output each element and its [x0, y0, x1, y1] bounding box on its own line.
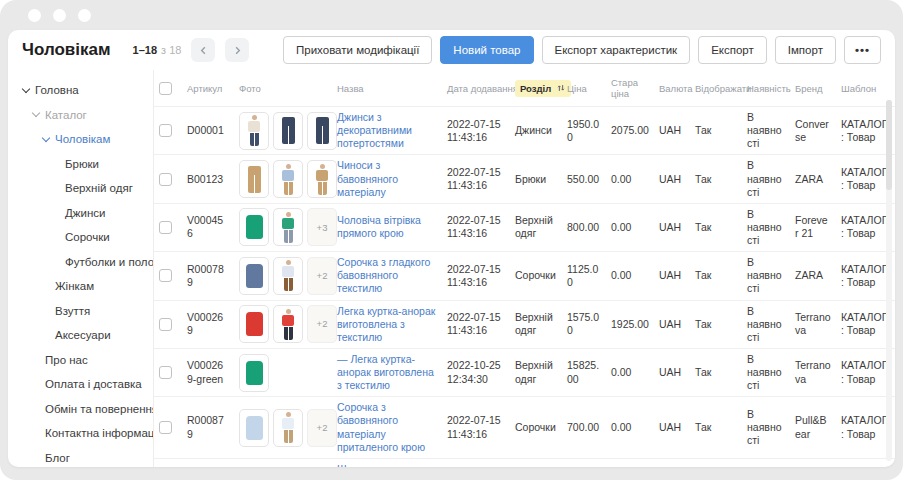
- more-photos-badge[interactable]: +2: [307, 257, 337, 295]
- table-row[interactable]: B000321 +2 Штани з бавовняного матеріалу…: [154, 458, 895, 467]
- product-photo[interactable]: [239, 354, 269, 392]
- old-price-cell: 2075.00: [606, 107, 654, 155]
- table-row[interactable]: V000456 +3 Чоловіча вітрівка прямого кро…: [154, 203, 895, 251]
- product-photo[interactable]: [307, 112, 337, 150]
- product-photo[interactable]: [273, 409, 303, 447]
- more-actions-button[interactable]: •••: [844, 36, 881, 64]
- window-control-dot[interactable]: [53, 9, 66, 22]
- product-name-link[interactable]: Джинси з декоративними потертостями: [337, 111, 437, 150]
- column-header-articul[interactable]: Артикул: [182, 70, 234, 107]
- sidebar-item[interactable]: Верхній одяг: [8, 176, 153, 201]
- sidebar-item[interactable]: Чоловікам: [8, 127, 153, 152]
- hide-modifications-button[interactable]: Приховати модифікації: [283, 36, 432, 64]
- more-photos-badge[interactable]: +3: [307, 208, 337, 246]
- row-checkbox[interactable]: [159, 366, 172, 379]
- articul-cell: V000269: [182, 300, 234, 348]
- export-characteristics-button[interactable]: Експорт характеристик: [542, 36, 691, 64]
- row-checkbox[interactable]: [159, 173, 172, 186]
- column-header-price[interactable]: Ціна: [562, 70, 606, 107]
- row-checkbox[interactable]: [159, 318, 172, 331]
- table-row[interactable]: D00001 Джинси з декоративними потертостя…: [154, 107, 895, 155]
- sidebar-item[interactable]: Контактна інформація: [8, 421, 153, 446]
- sorted-column-pill[interactable]: Розділ: [515, 80, 571, 97]
- sidebar-item[interactable]: Взуття: [8, 299, 153, 324]
- product-name-link[interactable]: — Легка куртка-анорак виготовлена з текс…: [337, 353, 437, 392]
- row-checkbox[interactable]: [159, 269, 172, 282]
- product-name-link[interactable]: Легка куртка-анорак виготовлена з тексти…: [337, 305, 437, 344]
- more-photos-badge[interactable]: +2: [307, 305, 337, 343]
- new-product-button[interactable]: Новий товар: [440, 36, 533, 64]
- window-control-dot[interactable]: [78, 9, 91, 22]
- product-name-link[interactable]: Чиноси з бавовняного матеріалу: [337, 159, 437, 198]
- row-checkbox[interactable]: [159, 124, 172, 137]
- sidebar-item[interactable]: Джинси: [8, 201, 153, 226]
- chevron-down-icon[interactable]: [22, 86, 31, 95]
- sidebar-item[interactable]: Оплата і доставка: [8, 372, 153, 397]
- chevron-down-icon[interactable]: [32, 110, 41, 119]
- export-button[interactable]: Експорт: [698, 36, 767, 64]
- column-header-brand[interactable]: Бренд: [790, 70, 836, 107]
- sidebar-item[interactable]: Про нас: [8, 348, 153, 373]
- column-header-date-added[interactable]: Дата додавання: [442, 70, 510, 107]
- product-name-link[interactable]: Сорочка з гладкого бавовняного текстилю: [337, 256, 437, 295]
- sidebar-item[interactable]: Брюки: [8, 152, 153, 177]
- sidebar-item[interactable]: Каталог: [8, 103, 153, 128]
- product-photo[interactable]: [239, 257, 269, 295]
- product-photo[interactable]: [307, 160, 337, 198]
- sidebar-item[interactable]: Обмін та повернення: [8, 397, 153, 422]
- photo-cell: +3: [239, 208, 327, 246]
- sorted-column-label: Розділ: [520, 83, 551, 94]
- next-page-button[interactable]: [225, 38, 249, 62]
- sidebar-item[interactable]: Сорочки: [8, 225, 153, 250]
- product-photo[interactable]: [273, 305, 303, 343]
- sidebar-item-label: Чоловікам: [55, 133, 110, 145]
- column-header-section[interactable]: Розділ: [510, 70, 562, 107]
- product-name-link[interactable]: Сорочка з бавовняного матеріалу притален…: [337, 401, 437, 454]
- product-name-link[interactable]: Штани з бавовняного матеріалу прямого кр…: [337, 463, 437, 467]
- date-cell: 2022-07-15 11:43:16: [442, 155, 510, 203]
- product-photo[interactable]: [239, 409, 269, 447]
- import-button[interactable]: Імпорт: [775, 36, 836, 64]
- price-cell: 700.00: [562, 397, 606, 459]
- product-photo[interactable]: [273, 208, 303, 246]
- sidebar-item[interactable]: Жінкам: [8, 274, 153, 299]
- column-header-photo[interactable]: Фото: [234, 70, 332, 107]
- display-cell: Так: [690, 348, 742, 396]
- table-row[interactable]: B00123 Чиноси з бавовняного матеріалу 20…: [154, 155, 895, 203]
- product-photo[interactable]: [273, 112, 303, 150]
- articul-cell: B000321: [182, 458, 234, 467]
- vertical-scrollbar[interactable]: [886, 100, 892, 461]
- table-row[interactable]: V000269-green — Легка куртка-анорак виго…: [154, 348, 895, 396]
- scrollbar-thumb[interactable]: [886, 100, 892, 190]
- column-header-name[interactable]: Назва: [332, 70, 442, 107]
- sidebar-item[interactable]: Аксесуари: [8, 323, 153, 348]
- select-all-checkbox[interactable]: [159, 82, 172, 95]
- product-photo[interactable]: [273, 160, 303, 198]
- sidebar-item[interactable]: Головна: [8, 78, 153, 103]
- sidebar-item[interactable]: Блог: [8, 446, 153, 468]
- window-control-dot[interactable]: [28, 9, 41, 22]
- table-row[interactable]: R000789 +2 Сорочка з гладкого бавовняног…: [154, 252, 895, 300]
- display-cell: Так: [690, 155, 742, 203]
- column-header-display[interactable]: Відображати: [690, 70, 742, 107]
- product-photo[interactable]: [273, 257, 303, 295]
- chevron-down-icon[interactable]: [42, 135, 51, 144]
- column-header-old-price[interactable]: Стара ціна: [606, 70, 654, 107]
- availability-cell: В наявності: [742, 107, 790, 155]
- table-row[interactable]: R000879 +2 Сорочка з бавовняного матеріа…: [154, 397, 895, 459]
- product-photo[interactable]: [239, 160, 269, 198]
- section-cell: Верхній одяг: [510, 348, 562, 396]
- articul-cell: R000789: [182, 252, 234, 300]
- column-header-currency[interactable]: Валюта: [654, 70, 690, 107]
- product-name-link[interactable]: Чоловіча вітрівка прямого крою: [337, 214, 437, 240]
- row-checkbox[interactable]: [159, 421, 172, 434]
- product-photo[interactable]: [239, 305, 269, 343]
- column-header-availability[interactable]: Наявність: [742, 70, 790, 107]
- sidebar-item[interactable]: Футболки и поло: [8, 250, 153, 275]
- more-photos-badge[interactable]: +2: [307, 409, 337, 447]
- row-checkbox[interactable]: [159, 221, 172, 234]
- product-photo[interactable]: [239, 208, 269, 246]
- table-row[interactable]: V000269 +2 Легка куртка-анорак виготовле…: [154, 300, 895, 348]
- prev-page-button[interactable]: [191, 38, 215, 62]
- product-photo[interactable]: [239, 112, 269, 150]
